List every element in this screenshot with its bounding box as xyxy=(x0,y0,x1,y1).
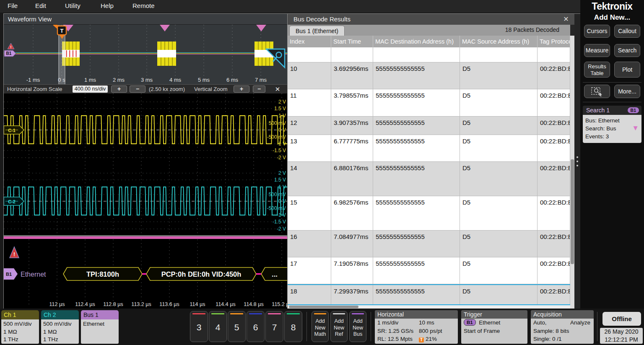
results-close-icon[interactable]: ✕ xyxy=(562,15,570,23)
results-table-body: 103.692956ms55555555555555D500:22:BD:E11… xyxy=(288,47,570,305)
vertical-zoom-decrease-button[interactable]: − xyxy=(253,86,265,93)
horizontal-row: RL: 12.5 MptsT21% xyxy=(375,335,458,343)
svg-text:-1 ms: -1 ms xyxy=(26,77,40,83)
cell-start_time: 3.798557ms xyxy=(331,89,373,116)
cell-index: 13 xyxy=(288,135,331,161)
channel-8-button[interactable]: 8 xyxy=(284,311,302,342)
vertical-scrollbar-thumb[interactable] xyxy=(571,159,574,264)
channel-badge-bus1[interactable]: Bus 1Ethernet xyxy=(81,310,119,344)
zoom-scale-decrease-button[interactable]: − xyxy=(130,86,145,93)
ch1-handle[interactable]: C-1 xyxy=(4,126,24,134)
menu-help[interactable]: Help xyxy=(101,2,114,9)
search1-badge-card[interactable]: Search 1 B1 Bus: Ethernet Search: Bus Ev… xyxy=(583,106,641,143)
svg-text:0 V: 0 V xyxy=(278,198,286,204)
channel-5-button[interactable]: 5 xyxy=(228,311,246,342)
cell-tag: 00:22:BD:E xyxy=(538,162,570,196)
svg-text:!: ! xyxy=(10,45,12,49)
column-header-start-time[interactable]: Start Time xyxy=(331,36,373,47)
results-table-button[interactable]: Results Table xyxy=(584,62,610,78)
table-row-selected[interactable]: 187.299379ms55555555555555D500:22:BD:E xyxy=(288,284,570,305)
channel-badge-ch1[interactable]: Ch 1500 mV/div1 MΩ1 THz xyxy=(1,310,39,344)
column-header-mac-source-address-h-[interactable]: MAC Source Address (h) xyxy=(460,36,538,47)
svg-text:112.4 µs: 112.4 µs xyxy=(75,301,95,307)
table-row[interactable]: 103.692956ms55555555555555D500:22:BD:E xyxy=(288,62,570,89)
search-button[interactable]: Search xyxy=(614,44,640,57)
menu-edit[interactable]: Edit xyxy=(35,2,46,9)
cell-tag: 00:22:BD:E xyxy=(538,196,570,230)
cell-index xyxy=(288,47,331,62)
menu-remote[interactable]: Remote xyxy=(132,2,155,9)
channel-7-button[interactable]: 7 xyxy=(265,311,283,342)
menu-utility[interactable]: Utility xyxy=(65,2,80,9)
results-vertical-scrollbar[interactable] xyxy=(570,36,574,309)
plot-button[interactable]: Plot xyxy=(614,62,640,78)
cell-tag: 00:22:BD:E xyxy=(538,285,570,304)
menu-bar: FileEditUtilityHelpRemote xyxy=(0,0,580,13)
cell-start_time: 6.777775ms xyxy=(331,135,373,161)
measure-button[interactable]: Measure xyxy=(584,44,610,57)
search-mark-triangle-icon: ▼ xyxy=(632,124,639,132)
more-button[interactable]: More... xyxy=(614,85,640,98)
offline-button[interactable]: Offline xyxy=(602,312,641,326)
channel-badge-details: 500 mV/div1 MΩ1 THz xyxy=(41,319,79,344)
vertical-zoom-increase-button[interactable]: + xyxy=(234,86,249,93)
channel-4-button[interactable]: 4 xyxy=(209,311,227,342)
table-row[interactable]: 146.880176ms55555555555555D500:22:BD:E xyxy=(288,162,570,196)
svg-text:C-1: C-1 xyxy=(8,128,16,133)
decoded-packet: PCP:0h DEI:0h VID:450h xyxy=(146,267,256,280)
svg-text:B1: B1 xyxy=(6,51,12,56)
horizontal-settings-badge[interactable]: Horizontal 1 ms/div10 msSR: 1.25 GS/s800… xyxy=(375,310,458,344)
add-new-ref-button[interactable]: AddNewRef xyxy=(330,311,348,342)
ch2-handle[interactable]: C-2 xyxy=(4,197,24,205)
trigger-settings-badge[interactable]: Trigger B1 Ethernet Start of Frame xyxy=(461,310,527,344)
bus-decode-results-panel: Bus Decode Results ✕ Bus 1 (Ethernet) 18… xyxy=(288,13,580,309)
zoomed-waveform-plot[interactable]: 2 V1.5 V1 V500 mV0 V-500 mV-1 V-1.5 V-2 … xyxy=(4,93,287,309)
zoom-scale-increase-button[interactable]: + xyxy=(111,86,127,93)
acquisition-settings-badge[interactable]: Acquisition Auto,AnalyzeSample: 8 bitsSi… xyxy=(531,310,594,344)
channel-badge-ch2[interactable]: Ch 2500 mV/div1 MΩ1 THz xyxy=(41,310,79,344)
add-new-math-button[interactable]: AddNewMath xyxy=(312,311,329,342)
cursors-button[interactable]: Cursors xyxy=(584,25,610,38)
add-new-bus-button[interactable]: AddNewBus xyxy=(349,311,366,342)
waveform-view-title: Waveform View xyxy=(4,14,287,25)
table-row[interactable]: 177.190578ms55555555555555D500:22:BD:E xyxy=(288,257,570,284)
search1-body: Bus: Ethernet Search: Bus Events: 3 ▼ xyxy=(583,115,641,143)
cell-mac_src: D5 xyxy=(460,257,538,284)
table-row[interactable] xyxy=(288,47,570,62)
column-header-index[interactable]: Index xyxy=(288,36,331,47)
panel-splitter-handle[interactable] xyxy=(574,14,580,309)
table-row[interactable]: 113.798557ms55555555555555D500:22:BD:E xyxy=(288,89,570,117)
column-header-mac-destination-address-h-[interactable]: MAC Destination Address (h) xyxy=(373,36,460,47)
cell-tag: 00:22:BD:E xyxy=(538,231,570,257)
callout-button[interactable]: Callout xyxy=(614,25,640,38)
channel-6-button[interactable]: 6 xyxy=(247,311,265,342)
svg-text:-2 V: -2 V xyxy=(277,155,286,161)
waveform-overview[interactable]: T!B1-1 ms0 s1 ms2 ms3 ms4 ms5 ms6 ms7 ms xyxy=(4,25,287,84)
waveform-view-panel: Waveform View T!B1-1 ms0 s1 ms2 ms3 ms4 … xyxy=(3,13,288,309)
cell-mac_dest: 55555555555555 xyxy=(373,257,460,284)
trigger-title: Trigger xyxy=(461,310,527,319)
cell-index: 16 xyxy=(288,231,331,257)
channel-3-button[interactable]: 3 xyxy=(190,311,208,342)
table-row[interactable]: 123.907357ms55555555555555D500:22:BD:E xyxy=(288,117,570,135)
zoom-select-button[interactable] xyxy=(584,85,610,98)
svg-text:TPI:8100h: TPI:8100h xyxy=(86,270,119,278)
horizontal-row: SR: 1.25 GS/s800 ps/pt xyxy=(375,327,458,335)
table-row[interactable]: 156.982576ms55555555555555D500:22:BD:E xyxy=(288,196,570,231)
zoom-close-icon[interactable]: ✕ xyxy=(273,85,282,93)
zoom-scale-value[interactable]: 400.00 ns/div xyxy=(73,86,108,93)
table-row[interactable]: 136.777775ms55555555555555D500:22:BD:E xyxy=(288,135,570,162)
cell-start_time: 3.692956ms xyxy=(331,62,373,89)
cell-tag: 00:22:BD:E xyxy=(538,117,570,135)
column-header-tag-protocol[interactable]: Tag Protocol xyxy=(538,36,570,47)
svg-text:115.2 µs: 115.2 µs xyxy=(272,301,287,307)
horizontal-scrollbar-thumb[interactable] xyxy=(289,306,358,308)
tab-bus1-ethernet[interactable]: Bus 1 (Ethernet) xyxy=(289,26,345,36)
table-row[interactable]: 167.084977ms55555555555555D500:22:BD:E xyxy=(288,231,570,257)
channel-badge-details: 500 mV/div1 MΩ1 THz xyxy=(1,319,39,344)
bus-lane-separator xyxy=(4,236,287,239)
cell-start_time xyxy=(331,47,373,62)
svg-text:114.4 µs: 114.4 µs xyxy=(216,301,235,307)
menu-file[interactable]: File xyxy=(8,2,18,9)
overview-time-axis: -1 ms0 s1 ms2 ms3 ms4 ms5 ms6 ms7 ms xyxy=(26,77,267,83)
